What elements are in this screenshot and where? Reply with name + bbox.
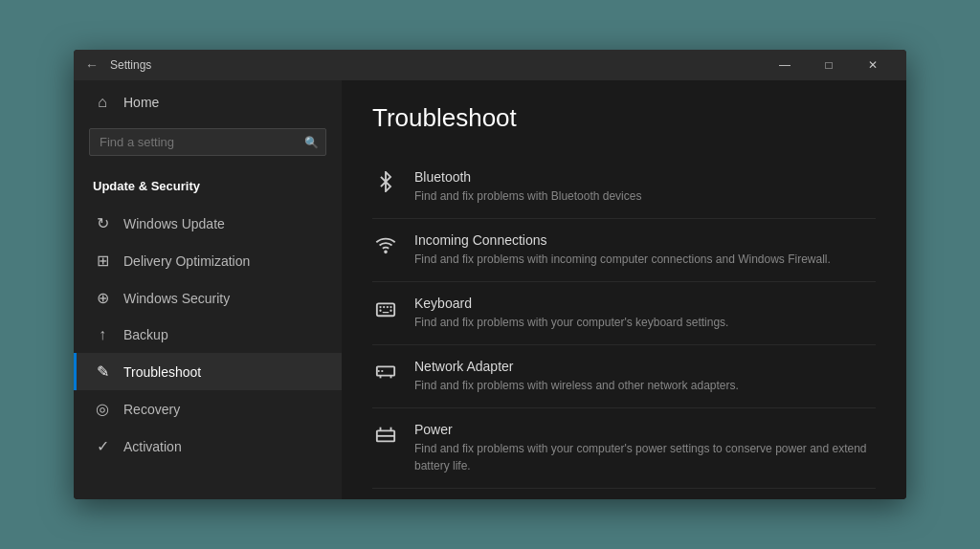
list-item[interactable]: Network Adapter Find and fix problems wi… [372, 345, 876, 408]
svg-point-0 [385, 251, 387, 253]
incoming-connections-icon [372, 234, 399, 261]
sidebar-item-label: Windows Security [123, 291, 230, 306]
troubleshoot-text: Power Find and fix problems with your co… [414, 422, 876, 474]
item-desc: Find and fix problems with wireless and … [414, 377, 739, 394]
windows-security-icon: ⊕ [93, 289, 112, 307]
content-area: ⌂ Home 🔍 Update & Security ↻ Windows Upd… [74, 80, 906, 499]
sidebar-item-label: Activation [123, 439, 182, 454]
sidebar-item-label: Delivery Optimization [123, 253, 250, 269]
search-input[interactable] [89, 128, 326, 156]
svg-rect-1 [377, 303, 394, 316]
list-item[interactable]: Power Find and fix problems with your co… [372, 408, 876, 489]
sidebar-item-backup[interactable]: ↑ Backup [74, 317, 342, 353]
windows-update-icon: ↻ [93, 214, 112, 232]
sidebar: ⌂ Home 🔍 Update & Security ↻ Windows Upd… [74, 80, 342, 499]
sidebar-item-label: Backup [123, 327, 168, 342]
sidebar-item-activation[interactable]: ✓ Activation [74, 428, 342, 465]
item-name: Incoming Connections [414, 232, 831, 248]
troubleshoot-text: Bluetooth Find and fix problems with Blu… [414, 169, 641, 205]
sidebar-item-recovery[interactable]: ◎ Recovery [74, 390, 342, 428]
sidebar-item-label: Troubleshoot [123, 364, 201, 380]
minimize-button[interactable]: — [763, 50, 807, 80]
home-label: Home [123, 95, 159, 110]
troubleshoot-text: Network Adapter Find and fix problems wi… [414, 359, 739, 394]
settings-window: ← Settings — □ ✕ ⌂ Home 🔍 Update & Secur… [74, 50, 906, 499]
search-icon: 🔍 [304, 136, 319, 149]
activation-icon: ✓ [93, 437, 112, 455]
titlebar: ← Settings — □ ✕ [74, 50, 906, 80]
sidebar-section-title: Update & Security [74, 171, 342, 205]
maximize-button[interactable]: □ [807, 50, 851, 80]
troubleshoot-text: Incoming Connections Find and fix proble… [414, 232, 831, 268]
svg-rect-9 [377, 366, 394, 375]
list-item[interactable]: Program Compatibility Troubleshooter Fin… [372, 489, 876, 499]
network-adapter-icon [372, 361, 399, 387]
recovery-icon: ◎ [93, 400, 112, 418]
bluetooth-icon [372, 171, 399, 198]
troubleshoot-icon: ✎ [93, 362, 112, 381]
sidebar-item-label: Recovery [123, 402, 180, 417]
list-item[interactable]: Bluetooth Find and fix problems with Blu… [372, 156, 876, 219]
sidebar-item-windows-update[interactable]: ↻ Windows Update [74, 205, 342, 242]
item-name: Keyboard [414, 296, 728, 311]
item-name: Power [414, 422, 876, 437]
sidebar-item-delivery-optimization[interactable]: ⊞ Delivery Optimization [74, 242, 342, 279]
sidebar-item-troubleshoot[interactable]: ✎ Troubleshoot [74, 353, 342, 390]
delivery-optimization-icon: ⊞ [93, 252, 112, 270]
power-icon [372, 424, 399, 450]
item-name: Bluetooth [414, 169, 641, 185]
titlebar-title: Settings [110, 58, 763, 72]
keyboard-icon [372, 297, 399, 324]
back-button[interactable]: ← [85, 57, 99, 73]
main-content: Troubleshoot Bluetooth Find and fix prob… [342, 80, 906, 499]
item-name: Network Adapter [414, 359, 739, 374]
page-title: Troubleshoot [372, 103, 876, 133]
search-container: 🔍 [89, 128, 326, 156]
item-desc: Find and fix problems with Bluetooth dev… [414, 187, 641, 205]
troubleshoot-text: Keyboard Find and fix problems with your… [414, 296, 728, 331]
window-controls: — □ ✕ [763, 50, 895, 80]
sidebar-item-windows-security[interactable]: ⊕ Windows Security [74, 279, 342, 317]
backup-icon: ↑ [93, 326, 112, 343]
list-item[interactable]: Incoming Connections Find and fix proble… [372, 219, 876, 282]
home-icon: ⌂ [93, 94, 112, 111]
item-desc: Find and fix problems with incoming comp… [414, 251, 831, 268]
item-desc: Find and fix problems with your computer… [414, 440, 876, 474]
list-item[interactable]: Keyboard Find and fix problems with your… [372, 282, 876, 345]
item-desc: Find and fix problems with your computer… [414, 314, 728, 331]
sidebar-item-label: Windows Update [123, 216, 225, 231]
sidebar-item-home[interactable]: ⌂ Home [74, 80, 342, 124]
close-button[interactable]: ✕ [851, 50, 895, 80]
